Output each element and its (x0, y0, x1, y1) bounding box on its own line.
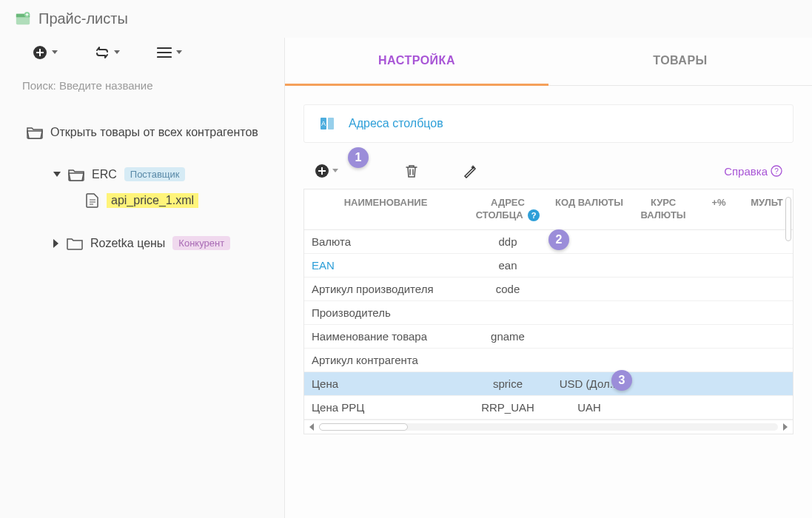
cell-rate[interactable] (630, 396, 697, 419)
table-row[interactable]: EANean (304, 254, 793, 278)
tree-file-label: api_price_1.xml (107, 193, 198, 208)
cell-name[interactable]: Цена (304, 372, 467, 395)
cell-addr[interactable]: sprice (467, 372, 548, 395)
cell-pct[interactable] (697, 278, 741, 300)
tree: Открыть товары от всех контрагентов ERC … (22, 126, 262, 250)
columns-table: НАИМЕНОВАНИЕ АДРЕС СТОЛБЦА ? КОД ВАЛЮТЫ … (303, 189, 793, 434)
col-header-addr[interactable]: АДРЕС СТОЛБЦА ? (467, 189, 548, 229)
cell-addr[interactable] (467, 349, 548, 371)
cell-code[interactable]: UAH (548, 396, 630, 419)
cell-rate[interactable] (630, 349, 697, 371)
row-name-link[interactable]: EAN (312, 259, 335, 272)
cell-pct[interactable] (697, 372, 741, 395)
cell-code[interactable] (548, 254, 630, 277)
help-link[interactable]: Справка ? (724, 165, 782, 178)
sync-button[interactable] (95, 46, 120, 59)
menu-button[interactable] (157, 47, 182, 58)
cell-code[interactable] (548, 349, 630, 371)
svg-text:A: A (321, 120, 326, 127)
svg-text:?: ? (774, 167, 779, 175)
annotation-3: 3 (611, 370, 632, 391)
cell-name[interactable]: Артикул контрагента (304, 349, 467, 371)
columns-icon: A (319, 115, 335, 132)
table-row[interactable]: ЦенаspriceUSD (Дол... (304, 372, 793, 396)
table-row[interactable]: Наименование товараgname (304, 325, 793, 349)
page-header: Прайс-листы (0, 0, 812, 38)
sidebar-toolbar (22, 45, 262, 60)
scroll-right-icon[interactable] (782, 423, 788, 431)
cell-pct[interactable] (697, 230, 741, 253)
tree-node-label: Rozetka цены (90, 237, 165, 250)
cell-name[interactable]: Артикул производителя (304, 278, 467, 300)
folder-open-icon (68, 168, 84, 181)
cell-addr[interactable]: ddp (467, 230, 548, 253)
scroll-left-icon[interactable] (309, 423, 315, 431)
caret-down-icon (114, 50, 120, 55)
delete-button[interactable] (405, 164, 418, 178)
table-row[interactable]: Артикул контрагента (304, 349, 793, 372)
cell-addr[interactable]: code (467, 278, 548, 300)
add-button[interactable] (33, 45, 58, 60)
help-icon: ? (771, 165, 782, 177)
folder-open-icon (27, 126, 43, 139)
table-row[interactable]: Производитель (304, 301, 793, 325)
search-input[interactable]: Поиск: Введите название (22, 79, 262, 92)
table-row[interactable]: Артикул производителяcode (304, 278, 793, 301)
cell-rate[interactable] (630, 301, 697, 324)
cell-pct[interactable] (697, 301, 741, 324)
col-header-name[interactable]: НАИМЕНОВАНИЕ (304, 189, 467, 229)
cell-rate[interactable] (630, 278, 697, 300)
horizontal-scrollbar[interactable] (304, 420, 793, 434)
col-header-code[interactable]: КОД ВАЛЮТЫ (548, 189, 630, 229)
svg-rect-5 (328, 118, 334, 130)
price-list-icon (15, 11, 31, 27)
cell-pct[interactable] (697, 254, 741, 277)
vertical-scrollbar[interactable] (782, 197, 791, 411)
annotation-1: 1 (348, 147, 369, 168)
cell-rate[interactable] (630, 325, 697, 348)
cell-code[interactable] (548, 325, 630, 348)
cell-rate[interactable] (630, 254, 697, 277)
table-row[interactable]: Цена РРЦRRP_UAHUAH (304, 396, 793, 420)
folder-icon (67, 237, 83, 250)
cell-pct[interactable] (697, 396, 741, 419)
supplier-badge: Поставщик (124, 167, 186, 181)
tree-node-erc[interactable]: ERC Поставщик (22, 167, 262, 181)
cell-rate[interactable] (630, 372, 697, 395)
cell-name[interactable]: EAN (304, 254, 467, 277)
page-title: Прайс-листы (38, 10, 128, 27)
caret-down-icon (52, 50, 58, 55)
cell-code[interactable] (548, 278, 630, 300)
cell-pct[interactable] (697, 349, 741, 371)
caret-down-icon (53, 172, 61, 178)
tree-node-rozetka[interactable]: Rozetka цены Конкурент (22, 236, 262, 250)
cell-rate[interactable] (630, 230, 697, 253)
magic-button[interactable] (463, 164, 477, 178)
tab-products[interactable]: ТОВАРЫ (548, 38, 812, 86)
caret-down-icon (332, 169, 338, 173)
columns-addresses-panel[interactable]: A Адреса столбцов (303, 104, 793, 143)
tabs: НАСТРОЙКА ТОВАРЫ (285, 38, 812, 86)
cell-code[interactable] (548, 301, 630, 324)
cell-addr[interactable]: RRP_UAH (467, 396, 548, 419)
tree-file-api-price[interactable]: api_price_1.xml (22, 193, 262, 208)
help-icon[interactable]: ? (528, 209, 540, 221)
cell-name[interactable]: Валюта (304, 230, 467, 253)
tree-open-all[interactable]: Открыть товары от всех контрагентов (22, 126, 262, 139)
competitor-badge: Конкурент (172, 236, 230, 250)
file-icon (86, 193, 99, 208)
sidebar: Поиск: Введите название Открыть товары о… (0, 38, 284, 518)
cell-addr[interactable]: ean (467, 254, 548, 277)
col-header-rate[interactable]: КУРС ВАЛЮТЫ (630, 189, 697, 229)
cell-name[interactable]: Производитель (304, 301, 467, 324)
col-header-pct[interactable]: +% (697, 189, 741, 229)
cell-addr[interactable] (467, 301, 548, 324)
table-actions: 1 Справка ? (285, 150, 812, 189)
cell-name[interactable]: Наименование товара (304, 325, 467, 348)
cell-pct[interactable] (697, 325, 741, 348)
add-row-button[interactable] (315, 164, 338, 178)
annotation-2: 2 (548, 229, 569, 250)
cell-addr[interactable]: gname (467, 325, 548, 348)
cell-name[interactable]: Цена РРЦ (304, 396, 467, 419)
tab-settings[interactable]: НАСТРОЙКА (285, 38, 548, 86)
